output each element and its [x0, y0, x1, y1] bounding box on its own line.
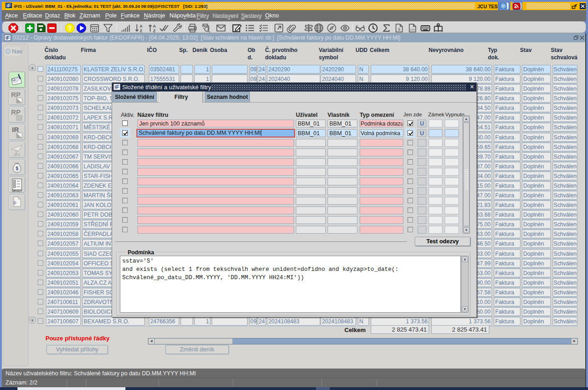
svg-text:A: A: [153, 24, 156, 29]
svg-text:A: A: [140, 24, 143, 29]
svg-text:Z: Z: [153, 29, 156, 33]
svg-text:?: ?: [68, 24, 72, 32]
svg-text:x: x: [398, 27, 401, 32]
svg-text:</>: </>: [410, 28, 415, 32]
svg-text:Z: Z: [140, 29, 142, 33]
